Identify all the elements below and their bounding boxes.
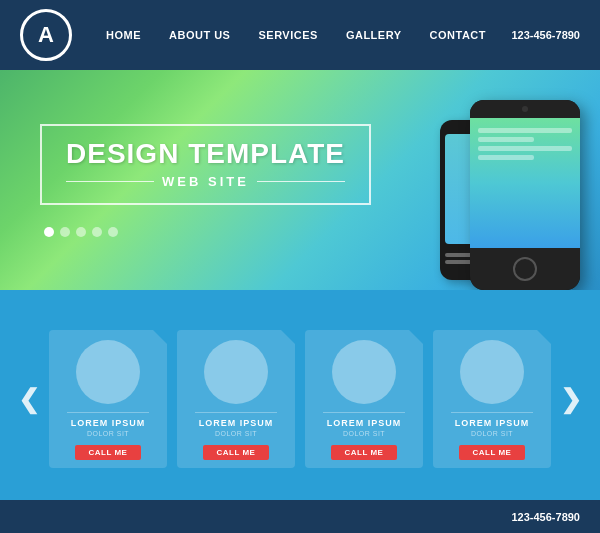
nav-services[interactable]: SERVICES	[244, 29, 331, 41]
phone-screen-lines	[470, 118, 580, 174]
dot-1[interactable]	[44, 227, 54, 237]
phone-bottom	[470, 248, 580, 290]
footer-phone: 123-456-7890	[511, 511, 580, 523]
card-4-sub: DOLOR SIT	[471, 430, 513, 437]
card-4-name: LOREM IPSUM	[455, 418, 530, 428]
header: A HOME ABOUT US SERVICES GALLERY CONTACT…	[0, 0, 600, 70]
phones-mockup	[380, 90, 590, 290]
hero-section: DESIGN TEMPLATE WEB SITE	[0, 70, 600, 290]
card-4-avatar	[460, 340, 524, 404]
dot-2[interactable]	[60, 227, 70, 237]
footer: 123-456-7890	[0, 500, 600, 533]
dot-4[interactable]	[92, 227, 102, 237]
hero-line-left	[66, 181, 154, 182]
card-3: LOREM IPSUM DOLOR SIT CALL ME	[305, 330, 423, 468]
phone-camera	[522, 106, 528, 112]
prev-arrow[interactable]: ❮	[10, 384, 48, 415]
card-3-divider	[323, 412, 405, 413]
nav-gallery[interactable]: GALLERY	[332, 29, 416, 41]
card-2-divider	[195, 412, 277, 413]
phone-screen	[470, 118, 580, 248]
card-1-avatar	[76, 340, 140, 404]
card-2: LOREM IPSUM DOLOR SIT CALL ME	[177, 330, 295, 468]
phone-home-button	[513, 257, 537, 281]
phone-front	[470, 100, 580, 290]
logo-letter: A	[38, 22, 54, 48]
hero-title: DESIGN TEMPLATE	[66, 140, 345, 168]
card-2-avatar	[204, 340, 268, 404]
phone-top-bar	[470, 100, 580, 118]
card-1-sub: DOLOR SIT	[87, 430, 129, 437]
card-3-call-btn[interactable]: CALL ME	[331, 445, 398, 460]
card-1-divider	[67, 412, 149, 413]
screen-line-4	[478, 155, 534, 160]
screen-line-2	[478, 137, 534, 142]
hero-subtitle-row: WEB SITE	[66, 174, 345, 189]
dot-5[interactable]	[108, 227, 118, 237]
dot-3[interactable]	[76, 227, 86, 237]
card-1-call-btn[interactable]: CALL ME	[75, 445, 142, 460]
card-1: LOREM IPSUM DOLOR SIT CALL ME	[49, 330, 167, 468]
card-3-avatar	[332, 340, 396, 404]
card-4: LOREM IPSUM DOLOR SIT CALL ME	[433, 330, 551, 468]
card-4-call-btn[interactable]: CALL ME	[459, 445, 526, 460]
navigation: HOME ABOUT US SERVICES GALLERY CONTACT 1…	[92, 29, 580, 41]
nav-contact[interactable]: CONTACT	[416, 29, 500, 41]
screen-line-3	[478, 146, 572, 151]
card-4-divider	[451, 412, 533, 413]
card-1-name: LOREM IPSUM	[71, 418, 146, 428]
logo[interactable]: A	[20, 9, 72, 61]
card-2-call-btn[interactable]: CALL ME	[203, 445, 270, 460]
cards-row: LOREM IPSUM DOLOR SIT CALL ME LOREM IPSU…	[48, 330, 552, 468]
card-2-name: LOREM IPSUM	[199, 418, 274, 428]
card-2-sub: DOLOR SIT	[215, 430, 257, 437]
card-3-sub: DOLOR SIT	[343, 430, 385, 437]
hero-line-right	[257, 181, 345, 182]
nav-home[interactable]: HOME	[92, 29, 155, 41]
cards-section: ❮ LOREM IPSUM DOLOR SIT CALL ME LOREM IP…	[0, 290, 600, 500]
next-arrow[interactable]: ❯	[552, 384, 590, 415]
nav-about[interactable]: ABOUT US	[155, 29, 244, 41]
header-phone: 123-456-7890	[511, 29, 580, 41]
hero-subtitle: WEB SITE	[162, 174, 249, 189]
screen-line-1	[478, 128, 572, 133]
hero-box: DESIGN TEMPLATE WEB SITE	[40, 124, 371, 205]
card-3-name: LOREM IPSUM	[327, 418, 402, 428]
